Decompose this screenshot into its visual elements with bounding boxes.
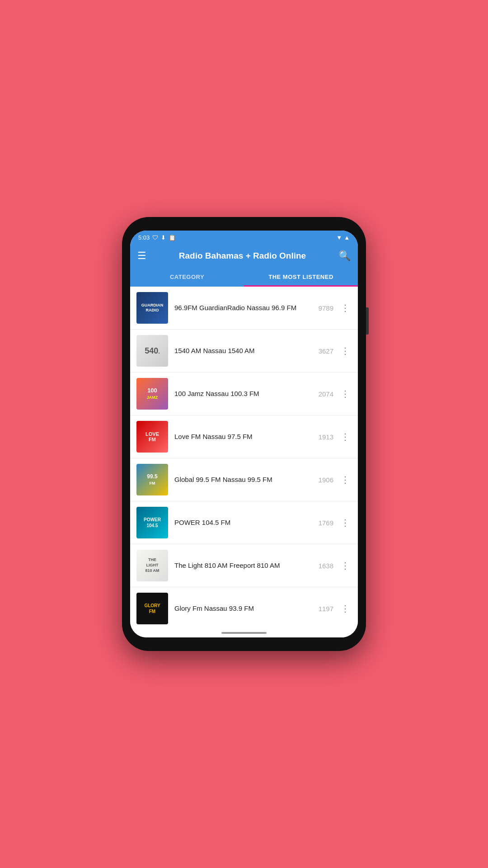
list-item[interactable]: GLORYFM Glory Fm Nassau 93.9 FM 1197 ⋮ <box>130 587 358 628</box>
item-right: 3627 ⋮ <box>319 344 352 358</box>
list-item[interactable]: THELIGHT810 AM The Light 810 AM Freeport… <box>130 544 358 587</box>
item-right: 1638 ⋮ <box>319 558 352 573</box>
app-bar: ☰ Radio Bahamas + Radio Online 🔍 <box>130 245 358 267</box>
item-right: 1197 ⋮ <box>319 601 352 616</box>
station-name: The Light 810 AM Freeport 810 AM <box>174 561 280 569</box>
status-time: 5:03 <box>138 234 150 241</box>
station-info: 1540 AM Nassau 1540 AM <box>174 346 312 355</box>
download-icon: ⬇ <box>161 234 166 241</box>
station-count: 3627 <box>319 347 333 355</box>
status-right: ▼ ▲ <box>336 234 350 241</box>
list-item[interactable]: POWER104.5 POWER 104.5 FM 1769 ⋮ <box>130 501 358 544</box>
station-name: Love FM Nassau 97.5 FM <box>174 433 253 440</box>
status-left: 5:03 🛡 ⬇ 📋 <box>138 234 176 241</box>
station-info: The Light 810 AM Freeport 810 AM <box>174 561 312 570</box>
home-indicator <box>130 628 358 637</box>
station-info: 100 Jamz Nassau 100.3 FM <box>174 389 312 398</box>
station-info: Love FM Nassau 97.5 FM <box>174 432 312 441</box>
station-name: Glory Fm Nassau 93.9 FM <box>174 604 254 612</box>
station-thumbnail: LOVEFM <box>136 421 168 453</box>
more-button[interactable]: ⋮ <box>339 429 352 444</box>
station-info: Glory Fm Nassau 93.9 FM <box>174 604 312 613</box>
more-button[interactable]: ⋮ <box>339 344 352 358</box>
station-thumbnail: THELIGHT810 AM <box>136 550 168 581</box>
menu-button[interactable]: ☰ <box>137 250 146 262</box>
station-thumbnail: GLORYFM <box>136 593 168 624</box>
more-button[interactable]: ⋮ <box>339 601 352 616</box>
station-name: 96.9FM GuardianRadio Nassau 96.9 FM <box>174 304 296 311</box>
station-count: 9789 <box>319 304 333 312</box>
clipboard-icon: 📋 <box>169 234 176 241</box>
station-count: 1913 <box>319 433 333 441</box>
wifi-icon: ▼ <box>336 234 342 241</box>
tab-most-listened[interactable]: THE MOST LISTENED <box>244 267 358 287</box>
more-button[interactable]: ⋮ <box>339 301 352 315</box>
station-thumbnail: POWER104.5 <box>136 507 168 538</box>
station-count: 2074 <box>319 390 333 398</box>
station-count: 1197 <box>319 605 333 613</box>
item-right: 2074 ⋮ <box>319 387 352 401</box>
more-button[interactable]: ⋮ <box>339 515 352 530</box>
list-item[interactable]: GUARDIANRADIO 96.9FM GuardianRadio Nassa… <box>130 287 358 330</box>
phone-shell: 5:03 🛡 ⬇ 📋 ▼ ▲ ☰ Radio Bahamas + Radio O… <box>122 217 366 651</box>
status-bar: 5:03 🛡 ⬇ 📋 ▼ ▲ <box>130 231 358 245</box>
app-title: Radio Bahamas + Radio Online <box>154 251 331 261</box>
more-button[interactable]: ⋮ <box>339 472 352 487</box>
station-name: Global 99.5 FM Nassau 99.5 FM <box>174 476 272 483</box>
phone-screen: 5:03 🛡 ⬇ 📋 ▼ ▲ ☰ Radio Bahamas + Radio O… <box>130 231 358 637</box>
station-thumbnail: 540. <box>136 335 168 367</box>
station-name: 100 Jamz Nassau 100.3 FM <box>174 390 259 397</box>
list-item[interactable]: 100JAMZ 100 Jamz Nassau 100.3 FM 2074 ⋮ <box>130 373 358 415</box>
item-right: 9789 ⋮ <box>319 301 352 315</box>
signal-icon: ▲ <box>344 234 350 241</box>
item-right: 1906 ⋮ <box>319 472 352 487</box>
list-item[interactable]: LOVEFM Love FM Nassau 97.5 FM 1913 ⋮ <box>130 415 358 458</box>
station-thumbnail: GUARDIANRADIO <box>136 292 168 324</box>
more-button[interactable]: ⋮ <box>339 558 352 573</box>
item-right: 1769 ⋮ <box>319 515 352 530</box>
station-info: POWER 104.5 FM <box>174 518 312 527</box>
station-thumbnail: 99.5FM <box>136 464 168 495</box>
tab-bar: CATEGORY THE MOST LISTENED <box>130 267 358 287</box>
station-info: Global 99.5 FM Nassau 99.5 FM <box>174 475 312 484</box>
station-name: POWER 104.5 FM <box>174 519 230 526</box>
list-item[interactable]: 540. 1540 AM Nassau 1540 AM 3627 ⋮ <box>130 330 358 373</box>
side-button <box>366 307 369 335</box>
item-right: 1913 ⋮ <box>319 429 352 444</box>
tab-category[interactable]: CATEGORY <box>130 267 244 287</box>
list-item[interactable]: 99.5FM Global 99.5 FM Nassau 99.5 FM 190… <box>130 458 358 501</box>
station-count: 1638 <box>319 562 333 570</box>
search-button[interactable]: 🔍 <box>338 250 351 262</box>
shield-icon: 🛡 <box>152 234 158 241</box>
station-info: 96.9FM GuardianRadio Nassau 96.9 FM <box>174 303 312 312</box>
station-count: 1769 <box>319 519 333 527</box>
station-thumbnail: 100JAMZ <box>136 378 168 410</box>
station-name: 1540 AM Nassau 1540 AM <box>174 347 255 354</box>
station-count: 1906 <box>319 476 333 484</box>
more-button[interactable]: ⋮ <box>339 387 352 401</box>
home-bar <box>221 632 267 634</box>
station-list: GUARDIANRADIO 96.9FM GuardianRadio Nassa… <box>130 287 358 628</box>
